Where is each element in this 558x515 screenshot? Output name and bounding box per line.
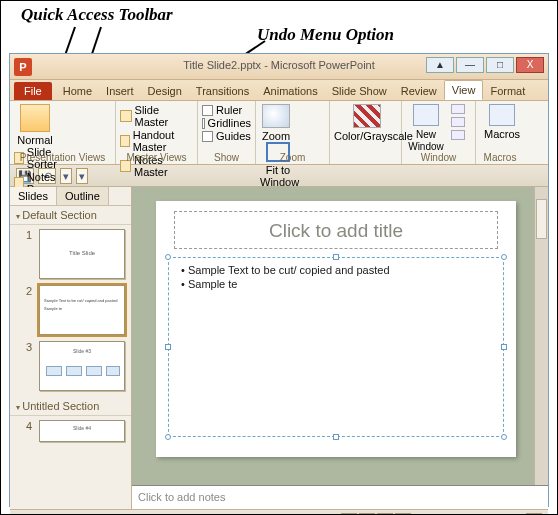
handout-master-label: Handout Master <box>133 129 193 153</box>
minimize-button[interactable]: — <box>456 57 484 73</box>
slide-master-label: Slide Master <box>135 104 193 128</box>
statusbar: Slide 2 of 4 "Office Theme" 🌐 English (C… <box>10 509 548 515</box>
guides-checkbox[interactable]: Guides <box>202 130 251 142</box>
qat-customize-button[interactable]: ▾ <box>76 168 88 184</box>
tab-slideshow[interactable]: Slide Show <box>325 82 394 100</box>
slide-number: 2 <box>26 285 36 297</box>
slide-thumbnail-1[interactable]: 1 Title Slide <box>26 229 127 279</box>
slide-editor[interactable]: Click to add title Sample Text to be cut… <box>132 187 548 509</box>
section-header-default[interactable]: Default Section <box>10 206 131 225</box>
title-placeholder[interactable]: Click to add title <box>174 211 498 249</box>
zoom-label: Zoom <box>262 130 290 142</box>
undo-annotation-label: Undo Menu Option <box>257 25 394 45</box>
guides-label: Guides <box>216 130 251 142</box>
handout-master-button[interactable]: Handout Master <box>120 129 193 153</box>
gridlines-label: Gridlines <box>208 117 251 129</box>
thumb-title: Slide #3 <box>40 348 124 354</box>
macros-label: Macros <box>484 128 520 140</box>
normal-view-button[interactable]: Normal <box>14 104 56 146</box>
group-label: Presentation Views <box>10 152 115 163</box>
gridlines-checkbox[interactable]: Gridlines <box>202 117 251 129</box>
new-window-button[interactable]: New Window <box>406 104 446 152</box>
macros-button[interactable]: Macros <box>480 104 524 140</box>
tab-slides[interactable]: Slides <box>10 187 57 205</box>
thumb-title: Title Slide <box>40 250 124 256</box>
group-label: Zoom <box>256 152 329 163</box>
slide-thumbnail-3[interactable]: 3 Slide #3 <box>26 341 127 391</box>
slide-number: 1 <box>26 229 36 241</box>
group-color-grayscale: Color/Grayscale <box>330 101 402 164</box>
group-macros: Macros Macros <box>476 101 524 164</box>
editor-scrollbar[interactable] <box>534 187 548 485</box>
color-grayscale-button[interactable]: Color/Grayscale <box>334 104 400 142</box>
slide-canvas[interactable]: Click to add title Sample Text to be cut… <box>156 201 516 457</box>
content-placeholder[interactable]: Sample Text to be cut/ copied and pasted… <box>168 257 504 437</box>
ribbon-tabs: File Home Insert Design Transitions Anim… <box>10 80 548 101</box>
normal-label: Normal <box>17 134 52 146</box>
group-presentation-views: Normal Slide Sorter Notes Page Reading V… <box>10 101 116 164</box>
thumb-line: Sample Text to be cut/ copied and pasted <box>44 298 117 303</box>
slide-number: 3 <box>26 341 36 353</box>
tab-format[interactable]: Format <box>483 82 532 100</box>
section-header-untitled[interactable]: Untitled Section <box>10 397 131 416</box>
tab-design[interactable]: Design <box>141 82 189 100</box>
tab-file[interactable]: File <box>14 82 52 100</box>
group-label: Master Views <box>116 152 197 163</box>
fit-label: Fit to Window <box>260 164 299 188</box>
tab-review[interactable]: Review <box>394 82 444 100</box>
group-label: Macros <box>476 152 524 163</box>
tab-insert[interactable]: Insert <box>99 82 141 100</box>
ruler-checkbox[interactable]: Ruler <box>202 104 251 116</box>
group-show: Ruler Gridlines Guides Show <box>198 101 256 164</box>
thumb-title: Slide #4 <box>40 425 124 431</box>
group-window: New Window Window <box>402 101 476 164</box>
bullet-line-2: Sample te <box>181 278 495 290</box>
close-button[interactable]: X <box>516 57 544 73</box>
ruler-label: Ruler <box>216 104 242 116</box>
qat-annotation-label: Quick Access Toolbar <box>21 5 173 25</box>
notes-pane[interactable]: Click to add notes <box>132 485 548 509</box>
slide-thumbnail-2[interactable]: 2 Sample Text to be cut/ copied and past… <box>26 285 127 335</box>
zoom-button[interactable]: Zoom <box>260 104 292 142</box>
window-controls: ▲ — □ X <box>424 57 544 73</box>
slide-thumbnail-4[interactable]: 4 Slide #4 <box>26 420 127 442</box>
tab-view[interactable]: View <box>444 80 484 100</box>
ribbon: Normal Slide Sorter Notes Page Reading V… <box>10 101 548 165</box>
thumb-line: Sample te <box>44 306 62 311</box>
slide-number: 4 <box>26 420 36 432</box>
fit-to-window-button[interactable]: Fit to Window <box>260 142 296 188</box>
new-window-label: New Window <box>408 129 444 152</box>
tab-transitions[interactable]: Transitions <box>189 82 256 100</box>
bullet-line-1: Sample Text to be cut/ copied and pasted <box>181 264 495 276</box>
window-arrange-buttons[interactable] <box>451 104 465 143</box>
tab-outline[interactable]: Outline <box>57 187 109 205</box>
slide-master-button[interactable]: Slide Master <box>120 104 193 128</box>
left-pane-tabs: Slides Outline <box>10 187 131 206</box>
group-label: Show <box>198 152 255 163</box>
ribbon-minimize-button[interactable]: ▲ <box>426 57 454 73</box>
workspace: Slides Outline Default Section 1 Title S… <box>10 187 548 509</box>
tab-home[interactable]: Home <box>56 82 99 100</box>
slides-pane: Slides Outline Default Section 1 Title S… <box>10 187 132 509</box>
group-label: Window <box>402 152 475 163</box>
content-text[interactable]: Sample Text to be cut/ copied and pasted… <box>181 264 495 292</box>
group-master-views: Slide Master Handout Master Notes Master… <box>116 101 198 164</box>
app-window: P Title Slide2.pptx - Microsoft PowerPoi… <box>9 53 549 507</box>
titlebar: P Title Slide2.pptx - Microsoft PowerPoi… <box>10 54 548 80</box>
maximize-button[interactable]: □ <box>486 57 514 73</box>
group-zoom: Zoom Fit to Window Zoom <box>256 101 330 164</box>
tab-animations[interactable]: Animations <box>256 82 324 100</box>
